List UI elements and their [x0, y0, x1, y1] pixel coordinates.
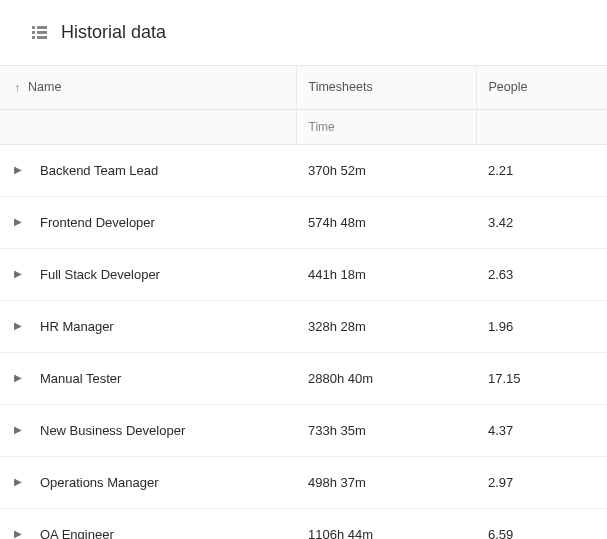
table-row[interactable]: ▶Frontend Developer574h 48m3.42: [0, 196, 607, 248]
table-row[interactable]: ▶New Business Developer733h 35m4.37: [0, 404, 607, 456]
column-subheader-empty: [476, 109, 607, 144]
row-name: New Business Developer: [40, 423, 185, 438]
table-row[interactable]: ▶Full Stack Developer441h 18m2.63: [0, 248, 607, 300]
expand-icon[interactable]: ▶: [14, 425, 22, 435]
row-name: HR Manager: [40, 319, 114, 334]
row-name: Manual Tester: [40, 371, 121, 386]
column-subheader-time[interactable]: Time: [296, 109, 476, 144]
expand-icon[interactable]: ▶: [14, 373, 22, 383]
row-name: Frontend Developer: [40, 215, 155, 230]
table-row[interactable]: ▶Operations Manager498h 37m2.97: [0, 456, 607, 508]
page-header: Historial data: [0, 0, 607, 65]
row-people: 2.63: [488, 267, 513, 282]
row-time: 1106h 44m: [308, 527, 373, 539]
expand-icon[interactable]: ▶: [14, 529, 22, 539]
column-header-people-label: People: [489, 80, 528, 94]
row-people: 6.59: [488, 527, 513, 539]
data-table: ↑Name Timesheets People Time ▶Backend Te…: [0, 65, 607, 539]
expand-icon[interactable]: ▶: [14, 165, 22, 175]
column-header-name-label: Name: [28, 80, 61, 94]
table-row[interactable]: ▶QA Engineer1106h 44m6.59: [0, 508, 607, 539]
table-row[interactable]: ▶HR Manager328h 28m1.96: [0, 300, 607, 352]
page-title: Historial data: [61, 22, 166, 43]
column-header-name[interactable]: ↑Name: [0, 66, 296, 110]
row-people: 17.15: [488, 371, 521, 386]
table-row[interactable]: ▶Manual Tester2880h 40m17.15: [0, 352, 607, 404]
expand-icon[interactable]: ▶: [14, 269, 22, 279]
column-header-timesheets-label: Timesheets: [309, 80, 373, 94]
column-header-people[interactable]: People: [476, 66, 607, 110]
row-time: 574h 48m: [308, 215, 366, 230]
row-time: 328h 28m: [308, 319, 366, 334]
row-time: 498h 37m: [308, 475, 366, 490]
column-subheader-empty: [0, 109, 296, 144]
sort-asc-icon: ↑: [14, 81, 20, 95]
row-people: 1.96: [488, 319, 513, 334]
row-time: 370h 52m: [308, 163, 366, 178]
column-subheader-time-label: Time: [309, 120, 335, 134]
row-name: Full Stack Developer: [40, 267, 160, 282]
expand-icon[interactable]: ▶: [14, 321, 22, 331]
row-name: Backend Team Lead: [40, 163, 158, 178]
expand-icon[interactable]: ▶: [14, 217, 22, 227]
row-time: 441h 18m: [308, 267, 366, 282]
row-people: 4.37: [488, 423, 513, 438]
row-people: 3.42: [488, 215, 513, 230]
table-row[interactable]: ▶Backend Team Lead370h 52m2.21: [0, 144, 607, 196]
row-time: 2880h 40m: [308, 371, 373, 386]
row-people: 2.21: [488, 163, 513, 178]
expand-icon[interactable]: ▶: [14, 477, 22, 487]
row-name: Operations Manager: [40, 475, 159, 490]
row-time: 733h 35m: [308, 423, 366, 438]
row-name: QA Engineer: [40, 527, 114, 539]
column-header-timesheets[interactable]: Timesheets: [296, 66, 476, 110]
row-people: 2.97: [488, 475, 513, 490]
list-icon: [32, 26, 47, 39]
